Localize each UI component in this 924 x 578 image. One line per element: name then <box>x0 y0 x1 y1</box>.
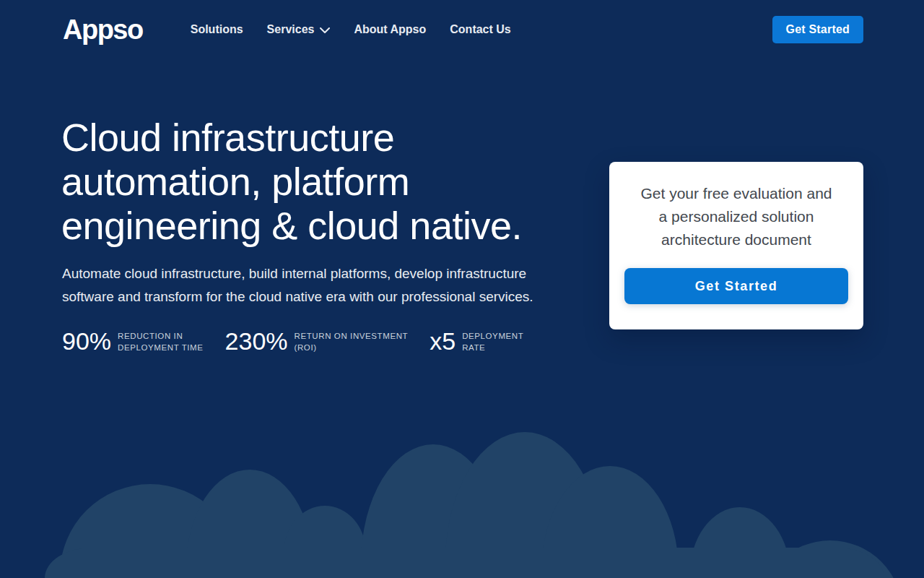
cloud-bump <box>186 470 313 578</box>
nav-item-solutions[interactable]: Solutions <box>191 23 243 36</box>
hero-title-line: Cloud infrastructure <box>61 116 522 160</box>
nav-item-label: Services <box>267 23 315 36</box>
cta-card-text-line: architecture document <box>624 228 848 251</box>
stat-label: REDUCTION IN DEPLOYMENT TIME <box>118 327 204 353</box>
header: Appso Solutions Services About Appso Con… <box>0 0 924 59</box>
stat-deployment-time: 90% REDUCTION IN DEPLOYMENT TIME <box>62 327 204 355</box>
card-get-started-button[interactable]: Get Started <box>624 268 848 304</box>
nav-item-contact-us[interactable]: Contact Us <box>450 23 510 36</box>
hero-subtitle: Automate cloud infrastructure, build int… <box>62 262 571 309</box>
brand-logo[interactable]: Appso <box>63 14 143 46</box>
cloud-bump <box>689 507 790 578</box>
cta-card-text-line: Get your free evaluation and <box>624 182 848 205</box>
stat-label-line: (ROI) <box>295 342 409 354</box>
evaluation-cta-card: Get your free evaluation and a personali… <box>609 162 863 329</box>
stat-label: RETURN ON INVESTMENT (ROI) <box>295 327 409 353</box>
cloud-bump <box>60 484 240 578</box>
stat-roi: 230% RETURN ON INVESTMENT (ROI) <box>225 327 409 355</box>
cloud-bump <box>445 432 604 578</box>
stat-label-line: REDUCTION IN <box>118 331 204 342</box>
stat-label-line: DEPLOYMENT TIME <box>118 342 204 354</box>
nav-item-label: Contact Us <box>450 23 510 36</box>
cloud-bump <box>284 506 366 578</box>
stat-deployment-rate: x5 DEPLOYMENT RATE <box>430 327 523 355</box>
cta-card-text-line: a personalized solution <box>624 205 848 228</box>
stat-value: x5 <box>430 327 456 355</box>
nav-item-label: Solutions <box>191 23 243 36</box>
chevron-down-icon <box>320 27 330 34</box>
hero-title-line: engineering & cloud native. <box>61 204 522 248</box>
cloud-bump <box>541 466 679 578</box>
nav-item-label: About Appso <box>354 23 426 36</box>
stat-label: DEPLOYMENT RATE <box>462 327 523 353</box>
stat-label-line: DEPLOYMENT <box>462 331 523 342</box>
stat-label-line: RATE <box>462 342 523 354</box>
nav-item-services[interactable]: Services <box>267 23 331 36</box>
cta-card-text: Get your free evaluation and a personali… <box>624 182 848 251</box>
nav-item-about-appso[interactable]: About Appso <box>354 23 426 36</box>
hero-stats: 90% REDUCTION IN DEPLOYMENT TIME 230% RE… <box>62 327 523 355</box>
stat-label-line: RETURN ON INVESTMENT <box>295 331 409 342</box>
hero-title: Cloud infrastructure automation, platfor… <box>61 116 522 248</box>
main-nav: Solutions Services About Appso Contact U… <box>191 23 511 36</box>
cloud-bump <box>758 540 902 578</box>
stat-value: 230% <box>225 327 288 355</box>
header-get-started-button[interactable]: Get Started <box>772 16 863 43</box>
stat-value: 90% <box>62 327 111 355</box>
cloud-bump <box>361 444 505 578</box>
hero-title-line: automation, platform <box>61 160 522 204</box>
cloud-base <box>45 548 884 578</box>
